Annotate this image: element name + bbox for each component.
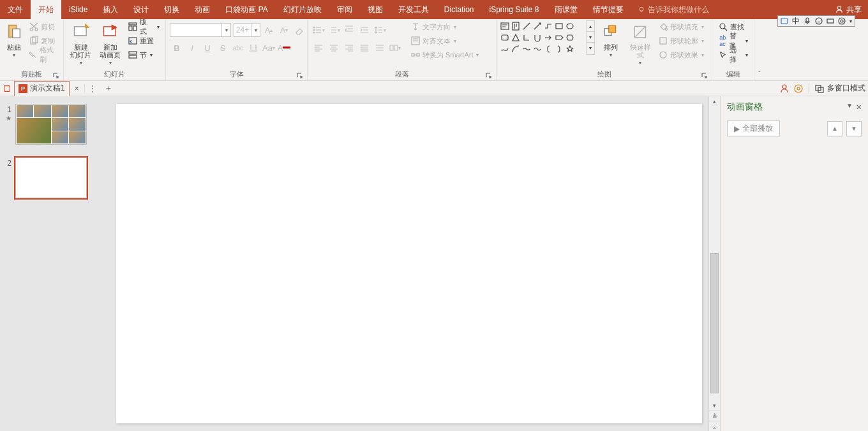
columns-button[interactable]: ▾ xyxy=(388,41,402,55)
section-button[interactable]: 节▾ xyxy=(126,48,161,61)
tab-islide[interactable]: iSlide xyxy=(61,0,95,19)
slide-thumbnail-2[interactable] xyxy=(15,157,87,198)
scroll-down-button[interactable]: ▾ xyxy=(709,400,720,411)
ime-collapse[interactable]: ▾ xyxy=(849,18,852,24)
font-family-combo[interactable]: ▾ xyxy=(170,23,231,37)
align-left-button[interactable] xyxy=(311,41,326,55)
scroll-up-button[interactable]: ▴ xyxy=(709,96,720,106)
layout-button[interactable]: 版式▾ xyxy=(126,20,161,33)
char-spacing-button[interactable] xyxy=(246,41,260,55)
bullets-button[interactable]: ▾ xyxy=(311,23,326,37)
tab-design[interactable]: 设计 xyxy=(126,0,156,19)
dialog-launcher-icon[interactable] xyxy=(297,73,303,79)
shrink-font-button[interactable]: A▾ xyxy=(277,23,291,37)
tab-review[interactable]: 审阅 xyxy=(329,0,360,19)
font-size-combo[interactable]: 24+▾ xyxy=(234,23,260,37)
tell-me-search[interactable]: 告诉我你想做什么 xyxy=(638,0,709,19)
tab-file[interactable]: 文件 xyxy=(0,0,31,19)
new-slide-button[interactable]: 新建 幻灯片 ▾ xyxy=(68,20,94,66)
change-case-button[interactable]: Aa▾ xyxy=(262,41,276,55)
pane-options-button[interactable]: ▼ xyxy=(846,102,853,112)
new-anim-page-button[interactable]: 新加 动画页 ▾ xyxy=(97,20,124,66)
collapse-ribbon-button[interactable]: ˆ xyxy=(754,19,765,80)
multi-window-icon[interactable] xyxy=(813,82,826,95)
justify-button[interactable] xyxy=(357,41,371,55)
mic-icon[interactable] xyxy=(804,17,811,25)
reset-button[interactable]: 重置 xyxy=(126,34,161,47)
settings-icon[interactable] xyxy=(838,17,846,25)
shape-effects-button[interactable]: 形状效果▾ xyxy=(656,48,706,61)
grow-font-button[interactable]: A▴ xyxy=(262,23,276,37)
shadow-button[interactable]: abc xyxy=(231,41,245,55)
tab-rainclass[interactable]: 雨课堂 xyxy=(547,0,585,19)
ime-lang[interactable]: 中 xyxy=(792,16,800,27)
distribute-button[interactable] xyxy=(373,41,387,55)
tab-animation[interactable]: 动画 xyxy=(187,0,218,19)
arrange-button[interactable]: 排列▾ xyxy=(597,20,624,58)
italic-button[interactable]: I xyxy=(185,41,199,55)
tab-slideshow[interactable]: 幻灯片放映 xyxy=(276,0,329,19)
shapes-gallery[interactable] xyxy=(500,20,583,55)
cut-button[interactable]: 剪切 xyxy=(27,20,59,33)
tab-insert[interactable]: 插入 xyxy=(95,0,126,19)
gallery-scroll[interactable]: ▴▾▾ xyxy=(586,20,595,55)
brace-right-icon xyxy=(555,45,564,54)
numbering-button[interactable]: ▾ xyxy=(327,23,341,37)
tab-menu-button[interactable]: ⋮ xyxy=(84,84,100,93)
shape-fill-button[interactable]: 形状填充▾ xyxy=(656,20,706,33)
font-color-button[interactable]: A xyxy=(277,41,291,55)
keyboard-icon[interactable] xyxy=(827,17,834,25)
oval-icon xyxy=(565,22,574,31)
tab-developer[interactable]: 开发工具 xyxy=(391,0,437,19)
thumb-number: 1 xyxy=(5,104,11,114)
dialog-launcher-icon[interactable] xyxy=(53,73,59,79)
play-all-button[interactable]: ▶ 全部播放 xyxy=(727,121,780,136)
move-down-button[interactable]: ▼ xyxy=(846,121,862,136)
tab-view[interactable]: 视图 xyxy=(360,0,391,19)
slide-thumbnail-1[interactable] xyxy=(15,104,87,145)
prev-slide-button[interactable]: ≜ xyxy=(709,411,720,421)
tab-ispring[interactable]: iSpring Suite 8 xyxy=(482,0,547,19)
animation-star-icon[interactable]: ★ xyxy=(5,115,11,122)
underline-button[interactable]: U xyxy=(200,41,214,55)
line-spacing-button[interactable]: ▾ xyxy=(373,23,387,37)
dialog-launcher-icon[interactable] xyxy=(701,73,708,79)
tab-home[interactable]: 开始 xyxy=(31,0,61,19)
text-direction-button[interactable]: 文字方向▾ xyxy=(408,20,481,33)
bold-button[interactable]: B xyxy=(170,41,184,55)
slide-canvas[interactable] xyxy=(116,104,702,423)
next-slide-button[interactable]: ⩡ xyxy=(709,421,720,431)
increase-indent-button[interactable] xyxy=(357,23,371,37)
move-up-button[interactable]: ▲ xyxy=(827,121,842,136)
smartart-button[interactable]: 转换为 SmartArt▾ xyxy=(408,48,481,61)
ime-toolbar[interactable]: 中 ▾ xyxy=(777,15,855,27)
vertical-scrollbar[interactable]: ▴ ▾ ≜ ⩡ xyxy=(708,96,720,431)
multi-window-label[interactable]: 多窗口模式 xyxy=(827,83,865,94)
tool-person-icon[interactable] xyxy=(778,82,791,95)
emoji-icon[interactable] xyxy=(815,17,823,25)
scrollbar-thumb[interactable] xyxy=(710,253,719,393)
paste-button[interactable]: 粘贴 ▾ xyxy=(4,20,24,58)
align-center-button[interactable] xyxy=(327,41,341,55)
select-button[interactable]: 选择▾ xyxy=(716,48,750,61)
align-right-button[interactable] xyxy=(342,41,356,55)
close-tab-button[interactable]: × xyxy=(72,84,82,93)
align-left-icon xyxy=(314,44,323,52)
document-tab[interactable]: P 演示文稿1 xyxy=(14,81,70,96)
new-tab-button[interactable]: ＋ xyxy=(103,83,114,94)
tab-transition[interactable]: 切换 xyxy=(156,0,187,19)
quick-styles-button[interactable]: 快速样式▾ xyxy=(627,20,654,66)
decrease-indent-button[interactable] xyxy=(342,23,356,37)
tab-pocket-anim[interactable]: 口袋动画 PA xyxy=(218,0,275,19)
align-text-button[interactable]: 对齐文本▾ xyxy=(408,34,481,47)
home-icon[interactable] xyxy=(3,84,11,93)
tool-gear-icon[interactable] xyxy=(792,82,805,95)
dialog-launcher-icon[interactable] xyxy=(486,73,492,79)
shape-outline-button[interactable]: 形状轮廓▾ xyxy=(656,34,706,47)
format-painter-button[interactable]: 格式刷 xyxy=(27,48,59,61)
tab-dictation[interactable]: Dictation xyxy=(437,0,482,19)
tab-plot[interactable]: 情节提要 xyxy=(585,0,631,19)
strike-button[interactable]: S xyxy=(216,41,230,55)
clear-format-button[interactable] xyxy=(292,23,306,37)
close-pane-button[interactable]: × xyxy=(857,102,862,112)
